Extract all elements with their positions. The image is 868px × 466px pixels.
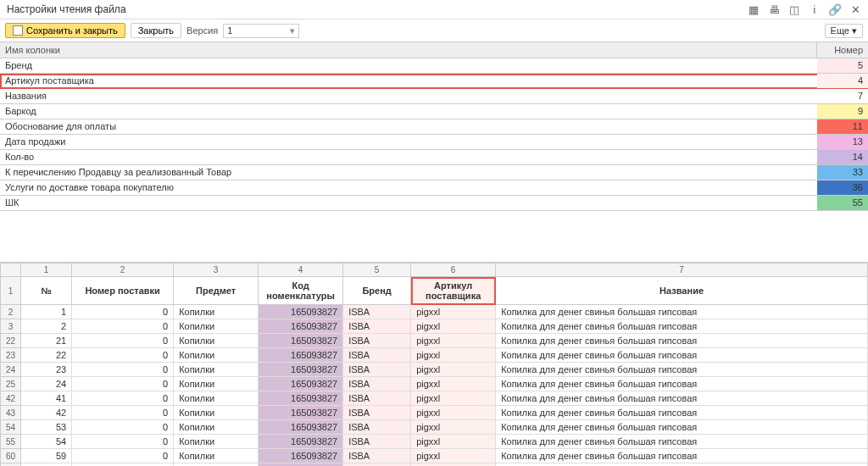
table-row[interactable]: 54530Копилки165093827ISBApigxxlКопилка д… (1, 420, 868, 435)
table-row[interactable]: 320Копилки165093827ISBApigxxlКопилка для… (1, 319, 868, 334)
mapping-name: Бренд (0, 58, 817, 73)
cell: Копилки (174, 406, 259, 420)
col-header[interactable]: Артикул поставщика (411, 277, 496, 305)
col-header[interactable]: Предмет (174, 277, 259, 305)
cell: Копилка для денег свинья большая гипсова… (496, 377, 868, 391)
reports-icon[interactable]: ▦ (748, 3, 760, 15)
version-select[interactable]: 1 ▾ (223, 24, 299, 38)
col-header[interactable]: Код номенклатуры (259, 277, 343, 305)
cell: 165093827 (259, 363, 343, 377)
col-number-header[interactable]: 6 (411, 264, 496, 277)
mapping-row[interactable]: Бренд5 (0, 58, 868, 74)
cell: Копилка для денег свинья большая гипсова… (496, 363, 868, 377)
mapping-num: 5 (817, 58, 868, 73)
col-number-header[interactable]: 4 (259, 264, 343, 277)
cell: 0 (72, 319, 174, 334)
cell: pigxxl (411, 363, 496, 377)
cell: pigxxl (411, 348, 496, 363)
col-header[interactable]: № (21, 277, 72, 305)
header-name-col: Имя колонки (0, 42, 817, 58)
cell: ISBA (343, 377, 411, 391)
mapping-row[interactable]: Услуги по доставке товара покупателю36 (0, 180, 868, 196)
mapping-name: Дата продажи (0, 135, 817, 149)
cell: Копилки (174, 348, 259, 363)
chevron-down-icon: ▾ (290, 25, 295, 36)
print-icon[interactable]: 🖶 (768, 3, 780, 15)
more-button[interactable]: Еще ▾ (825, 24, 863, 38)
cell: 0 (72, 334, 174, 348)
mapping-row[interactable]: Обоснование для оплаты11 (0, 119, 868, 135)
cell: ISBA (343, 391, 411, 406)
cell: pigxxl (411, 305, 496, 319)
row-number: 23 (1, 348, 21, 363)
row-number: 61 (1, 463, 21, 467)
mapping-row[interactable]: Артикул поставщика4 (0, 74, 868, 89)
close-button[interactable]: Закрыть (131, 23, 181, 38)
col-header[interactable]: Название (496, 277, 868, 305)
mapping-name: Услуги по доставке товара покупателю (0, 180, 817, 195)
table-row[interactable]: 25240Копилки165093827ISBApigxxlКопилка д… (1, 377, 868, 391)
table-row[interactable]: 210Копилки165093827ISBApigxxlКопилка для… (1, 305, 868, 319)
cell: ISBA (343, 319, 411, 334)
table-row[interactable]: 22210Копилки165093827ISBApigxxlКопилка д… (1, 334, 868, 348)
cell: ISBA (343, 334, 411, 348)
col-number-header[interactable]: 3 (174, 264, 259, 277)
close-icon[interactable]: ✕ (849, 3, 861, 15)
table-row[interactable]: 61600Копилки165093827ISBApigxxlКопилка д… (1, 463, 868, 467)
cell: 0 (72, 305, 174, 319)
col-header[interactable]: Номер поставки (72, 277, 174, 305)
table-row[interactable]: 42410Копилки165093827ISBApigxxlКопилка д… (1, 391, 868, 406)
cell: Копилки (174, 334, 259, 348)
cell: ISBA (343, 435, 411, 449)
cell: ISBA (343, 363, 411, 377)
cell: Копилка для денег свинья большая гипсова… (496, 319, 868, 334)
columns-mapping-table: Имя колонки Номер Бренд5Артикул поставщи… (0, 42, 868, 211)
table-row[interactable]: 23220Копилки165093827ISBApigxxlКопилка д… (1, 348, 868, 363)
row-number: 2 (1, 305, 21, 319)
cell: Копилки (174, 377, 259, 391)
table-row[interactable]: 60590Копилки165093827ISBApigxxlКопилка д… (1, 449, 868, 463)
cell: 165093827 (259, 319, 343, 334)
col-number-header[interactable]: 7 (496, 264, 868, 277)
cell: ISBA (343, 449, 411, 463)
cell: 1 (21, 305, 72, 319)
mapping-row[interactable]: Дата продажи13 (0, 135, 868, 150)
mapping-num: 4 (817, 74, 868, 88)
col-number-header[interactable]: 1 (21, 264, 72, 277)
cell: pigxxl (411, 377, 496, 391)
save-close-button[interactable]: Сохранить и закрыть (5, 23, 125, 38)
mapping-num: 55 (817, 196, 868, 210)
mapping-row[interactable]: ШК55 (0, 196, 868, 211)
table-row[interactable]: 24230Копилки165093827ISBApigxxlКопилка д… (1, 363, 868, 377)
window-title: Настройки чтения файла (7, 3, 748, 15)
mapping-row[interactable]: Кол-во14 (0, 150, 868, 165)
cell: 0 (72, 377, 174, 391)
cell: 2 (21, 319, 72, 334)
col-number-header[interactable]: 2 (72, 264, 174, 277)
cell: pigxxl (411, 420, 496, 435)
mapping-row[interactable]: К перечислению Продавцу за реализованный… (0, 165, 868, 180)
new-window-icon[interactable]: ◫ (788, 3, 800, 15)
info-icon[interactable]: ⅰ (809, 3, 821, 15)
cell: 165093827 (259, 348, 343, 363)
col-header[interactable]: Бренд (343, 277, 411, 305)
cell: ISBA (343, 348, 411, 363)
mapping-num: 33 (817, 165, 868, 180)
col-number-header[interactable]: 5 (343, 264, 411, 277)
mapping-row[interactable]: Названия7 (0, 89, 868, 104)
mapping-row[interactable]: Баркод9 (0, 104, 868, 119)
link-icon[interactable]: 🔗 (829, 3, 841, 15)
table-row[interactable]: 43420Копилки165093827ISBApigxxlКопилка д… (1, 406, 868, 420)
cell: 59 (21, 449, 72, 463)
header-num-col: Номер (817, 42, 868, 58)
table-row[interactable]: 55540Копилки165093827ISBApigxxlКопилка д… (1, 435, 868, 449)
preview-scroll[interactable]: 12345671№Номер поставкиПредметКод номенк… (0, 263, 868, 466)
upper-table-header: Имя колонки Номер (0, 42, 868, 58)
mapping-name: Баркод (0, 104, 817, 119)
cell: 165093827 (259, 305, 343, 319)
cell: ISBA (343, 463, 411, 467)
mapping-name: Артикул поставщика (0, 74, 817, 88)
toolbar: Сохранить и закрыть Закрыть Версия 1 ▾ Е… (0, 19, 868, 42)
mapping-num: 9 (817, 104, 868, 119)
mapping-num: 36 (817, 180, 868, 195)
